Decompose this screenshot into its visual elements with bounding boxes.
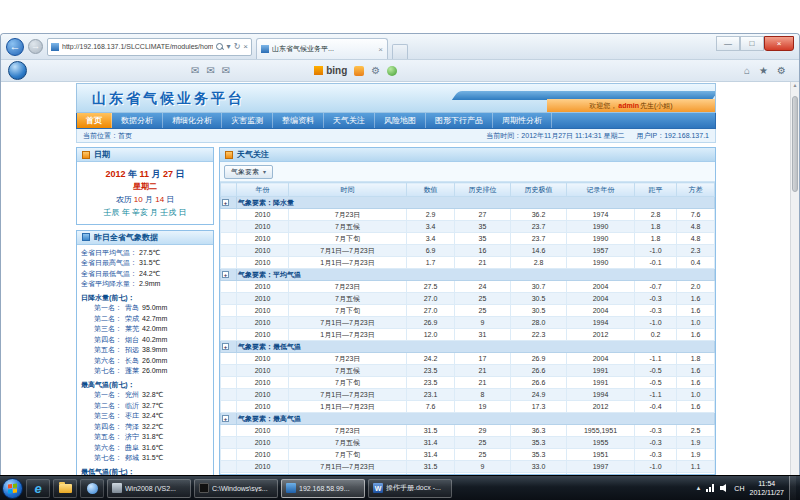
internet-explorer-icon: e: [34, 482, 41, 495]
breadcrumb: 当前位置：首页: [83, 131, 132, 141]
data-row[interactable]: 20107月下旬23.52126.61991-0.51.6: [221, 377, 715, 389]
rank-label: 第四名：: [94, 422, 122, 433]
stamp-icon[interactable]: ✉: [222, 66, 230, 76]
nav-item-9[interactable]: 周期性分析: [493, 113, 552, 128]
expand-icon[interactable]: +: [222, 271, 229, 278]
data-row[interactable]: 20107月1日—7月23日23.1824.91994-1.11.0: [221, 389, 715, 401]
expand-icon[interactable]: +: [222, 199, 229, 206]
address-bar[interactable]: http://192.168.137.1/SLCCLIMATE/modules/…: [47, 38, 252, 56]
yesterday-panel-title: 昨日全省气象数据: [94, 232, 158, 243]
welcome-bar: 欢迎您，admin 先生(小姐): [547, 99, 715, 112]
browser-back-button[interactable]: ←: [6, 38, 24, 56]
taskbar-media-icon[interactable]: [80, 479, 104, 498]
nav-item-8[interactable]: 图形下行产品: [426, 113, 493, 128]
data-row[interactable]: 20101月1日—7月23日1.7212.81990-0.10.4: [221, 257, 715, 269]
scrollbar-thumb[interactable]: [792, 96, 798, 192]
bing-logo[interactable]: bing: [314, 65, 347, 76]
nav-item-5[interactable]: 整编资料: [273, 113, 324, 128]
nav-item-1[interactable]: 首页: [77, 113, 112, 128]
start-button[interactable]: [2, 478, 23, 499]
section-row[interactable]: +气象要素：最高气温: [221, 413, 715, 425]
data-row[interactable]: 20107月五候27.02530.52004-0.31.6: [221, 293, 715, 305]
show-desktop-button[interactable]: [789, 476, 796, 500]
new-tab-button[interactable]: [392, 44, 408, 59]
rank-value: 40.2mm: [142, 335, 167, 346]
col-header: 距平: [635, 183, 677, 197]
data-row[interactable]: 20107月五候23.52126.61991-0.51.6: [221, 365, 715, 377]
envelope-icon[interactable]: ✉: [191, 66, 199, 76]
favorites-star-icon[interactable]: ★: [759, 65, 768, 76]
data-row[interactable]: 20107月23日31.52936.31955,1951-0.32.5: [221, 425, 715, 437]
bing-text: bing: [326, 65, 347, 76]
page-scrollbar[interactable]: ▲: [790, 82, 799, 475]
calendar-panel-title: 日期: [94, 149, 110, 160]
close-button[interactable]: ×: [764, 36, 794, 51]
taskbar-explorer-icon[interactable]: [53, 479, 77, 498]
nav-item-6[interactable]: 天气关注: [324, 113, 375, 128]
envelope-icon-2[interactable]: ✉: [206, 66, 214, 76]
col-header: 年份: [237, 183, 289, 197]
green-app-icon[interactable]: [387, 66, 397, 76]
minimize-button[interactable]: —: [716, 36, 740, 51]
rank-label: 第四名：: [94, 335, 122, 346]
section-row[interactable]: +气象要素：降水量: [221, 197, 715, 209]
taskbar-window-button-4[interactable]: W操作手册.docx -...: [368, 479, 452, 498]
url-text: http://192.168.137.1/SLCCLIMATE/modules/…: [62, 43, 213, 50]
weather-focus-table: 年份时间数值历史排位历史极值记录年份距平方差+气象要素：降水量20107月23日…: [220, 182, 715, 475]
data-row[interactable]: 20107月1日—7月23日6.91614.61957-1.02.3: [221, 245, 715, 257]
data-row[interactable]: 20107月五候31.42535.31955-0.31.9: [221, 437, 715, 449]
stat-label: 全省日平均气温：: [81, 248, 137, 259]
tray-expand-icon[interactable]: ▲: [695, 485, 701, 491]
orange-app-icon[interactable]: [354, 66, 364, 76]
maximize-button[interactable]: □: [740, 36, 764, 51]
section-row[interactable]: +气象要素：最低气温: [221, 341, 715, 353]
stat-row: 全省日最高气温：31.5℃: [81, 258, 209, 269]
data-row[interactable]: 20107月五候3.43523.719901.84.8: [221, 221, 715, 233]
settings-gear-icon[interactable]: ⚙: [777, 65, 786, 76]
section-row[interactable]: +气象要素：平均气温: [221, 269, 715, 281]
taskbar-clock[interactable]: 11:54 2012/11/27: [749, 479, 784, 497]
data-row[interactable]: 20107月1日—7月23日26.9928.01994-1.01.0: [221, 317, 715, 329]
data-row[interactable]: 20107月23日24.21726.92004-1.11.8: [221, 353, 715, 365]
station-name: 蓬莱: [125, 366, 139, 377]
nav-item-3[interactable]: 精细化分析: [163, 113, 222, 128]
stop-icon[interactable]: ×: [243, 42, 248, 51]
data-row[interactable]: 20107月下旬27.02530.52004-0.31.6: [221, 305, 715, 317]
home-icon[interactable]: ⌂: [744, 65, 750, 76]
ranking-item: 第四名：烟台40.2mm: [81, 335, 209, 346]
address-dropdown-icon[interactable]: ▾: [227, 42, 231, 51]
calendar-weekday: 星期二: [79, 181, 211, 194]
gears-icon[interactable]: ⚙: [371, 66, 380, 76]
data-row[interactable]: 20101月1日—7月23日7.61917.32012-0.41.6: [221, 401, 715, 413]
data-row[interactable]: 20107月23日27.52430.72004-0.72.0: [221, 281, 715, 293]
scroll-up-icon[interactable]: ▲: [791, 82, 799, 88]
network-icon[interactable]: [706, 484, 715, 492]
data-row[interactable]: 20107月下旬31.42535.31951-0.31.9: [221, 449, 715, 461]
expand-icon[interactable]: +: [222, 415, 229, 422]
search-icon[interactable]: [216, 43, 224, 51]
element-filter-button[interactable]: 气象要素 ▾: [224, 165, 273, 179]
volume-icon[interactable]: [720, 484, 729, 492]
media-player-icon: [87, 483, 98, 494]
data-row[interactable]: 20107月23日2.92736.219742.87.6: [221, 209, 715, 221]
data-row[interactable]: 20107月下旬3.43523.719901.84.8: [221, 233, 715, 245]
data-row[interactable]: 20107月1日—7月23日31.5933.01997-1.01.1: [221, 461, 715, 473]
calendar-lunar-date: 农历 10 月 14 日: [79, 194, 211, 207]
taskbar-ie-icon[interactable]: e: [26, 479, 50, 498]
browser-forward-button[interactable]: →: [28, 39, 43, 54]
data-row[interactable]: 20101月1日—7月23日12.03122.320120.21.6: [221, 329, 715, 341]
refresh-icon[interactable]: ↻: [234, 42, 241, 51]
taskbar-window-button-1[interactable]: Win2008 (VS2...: [107, 479, 191, 498]
app-icon: [286, 483, 296, 493]
taskbar-window-button-3[interactable]: 192.168.58.99...: [281, 479, 365, 498]
nav-item-4[interactable]: 灾害监测: [222, 113, 273, 128]
nav-item-2[interactable]: 数据分析: [112, 113, 163, 128]
browser-navigation-bar: ← → http://192.168.137.1/SLCCLIMATE/modu…: [1, 34, 799, 60]
expand-icon[interactable]: +: [222, 343, 229, 350]
language-indicator[interactable]: CH: [734, 485, 744, 492]
round-glossy-button[interactable]: [8, 61, 27, 80]
nav-item-7[interactable]: 风险地图: [375, 113, 426, 128]
taskbar-window-button-2[interactable]: C:\Windows\sys...: [194, 479, 278, 498]
browser-tab[interactable]: 山东省气候业务平... ×: [256, 38, 388, 59]
tab-close-icon[interactable]: ×: [378, 45, 383, 54]
